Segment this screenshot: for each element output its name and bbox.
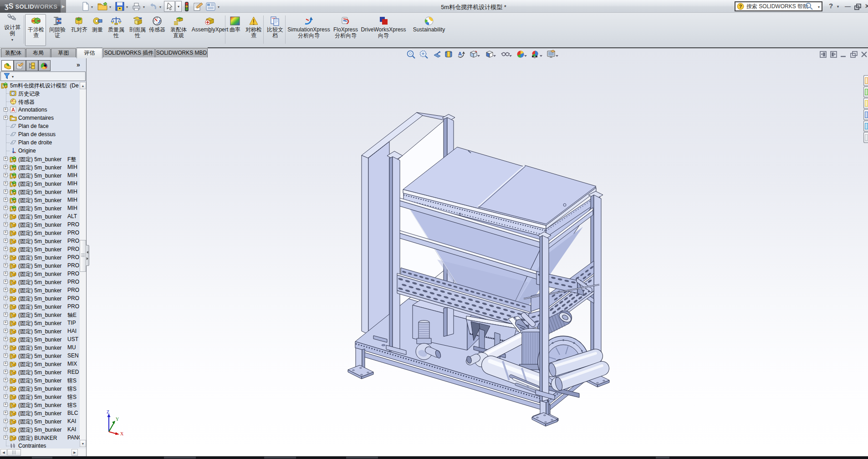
svg-text:Z: Z — [107, 409, 109, 414]
svg-text:Y: Y — [116, 417, 119, 422]
svg-text:A: A — [458, 51, 462, 56]
svg-text:X: X — [120, 431, 124, 436]
svg-text:A: A — [11, 107, 15, 112]
svg-text:?: ? — [739, 4, 742, 9]
